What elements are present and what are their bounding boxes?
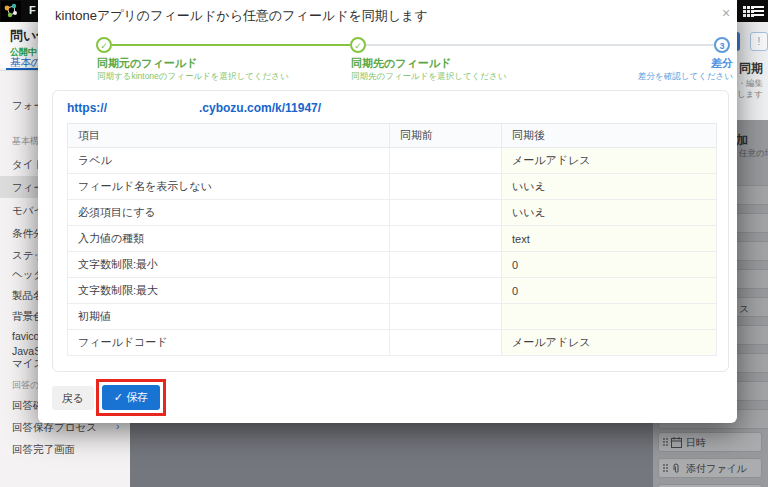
table-row: 初期値	[68, 304, 717, 330]
drag-handle-icon[interactable]	[663, 438, 665, 440]
palette-item-attachment[interactable]: 添付ファイル	[658, 458, 762, 478]
cell-before	[390, 200, 502, 226]
url-suffix: .cybozu.com/k/11947/	[199, 101, 321, 115]
step2-check-icon: ✓	[350, 37, 366, 53]
alert-button[interactable]: !	[750, 32, 768, 51]
cell-item: 入力値の種類	[68, 226, 390, 252]
cell-before	[390, 148, 502, 174]
cell-item: ラベル	[68, 148, 390, 174]
cell-item: 文字数制限:最大	[68, 278, 390, 304]
sidebar-item-favicon[interactable]: favico	[12, 328, 39, 344]
cell-after: 0	[502, 252, 717, 278]
sidebar-section-answer: 回答の	[12, 377, 39, 393]
save-button[interactable]: ✓ 保存	[102, 385, 160, 410]
step-connector-pending	[366, 44, 714, 46]
table-header-row: 項目 同期前 同期後	[68, 124, 717, 148]
step2-subtitle: 同期先のフィールドを選択してください	[351, 71, 506, 83]
cell-before	[390, 330, 502, 356]
drag-handle-icon[interactable]	[663, 464, 665, 466]
back-button[interactable]: 戻る	[52, 386, 94, 410]
close-icon[interactable]: ×	[722, 5, 730, 21]
cell-before	[390, 174, 502, 200]
molecule-logo-icon	[1, 1, 21, 21]
cell-after: text	[502, 226, 717, 252]
table-row: ラベル メールアドレス	[68, 148, 717, 174]
annotation-highlight-box: ✓ 保存	[96, 379, 166, 416]
step3-number-icon: 3	[714, 37, 730, 53]
add-heading-fragment: 加	[736, 132, 748, 149]
hamburger-menu-icon[interactable]	[751, 6, 764, 8]
cell-before	[390, 226, 502, 252]
palette-item-label: 日時	[686, 436, 706, 450]
save-label: 保存	[126, 391, 148, 403]
paperclip-icon	[671, 463, 682, 474]
cell-after: いいえ	[502, 200, 717, 226]
table-row: フィールドコード メールアドレス	[68, 330, 717, 356]
sidebar-section-basic: 基本構	[12, 133, 39, 149]
col-header-after: 同期後	[502, 124, 717, 148]
step1-label: 同期元のフィールド	[97, 56, 197, 71]
cell-item: 初期値	[68, 304, 390, 330]
cell-before	[390, 304, 502, 330]
add-desc-fragment: 任意の場	[739, 148, 768, 160]
col-header-item: 項目	[68, 124, 390, 148]
diff-card: https://.cybozu.com/k/11947/ 項目 同期前 同期後 …	[52, 90, 729, 372]
col-header-before: 同期前	[390, 124, 502, 148]
diff-table: 項目 同期前 同期後 ラベル メールアドレス フィールド名を表示しない いいえ	[67, 123, 717, 356]
sidebar-item-complete-screen[interactable]: 回答完了画面	[12, 441, 75, 457]
cell-item: 文字数制限:最小	[68, 252, 390, 278]
cell-after: 0	[502, 278, 717, 304]
step2-label: 同期先のフィールド	[351, 56, 451, 71]
palette-item-datetime[interactable]: 日時	[658, 432, 762, 452]
palette-item-label: 添付ファイル	[686, 462, 747, 476]
cell-after: メールアドレス	[502, 330, 717, 356]
table-row: 必須項目にする いいえ	[68, 200, 717, 226]
url-prefix: https://	[67, 101, 107, 115]
cell-item: フィールド名を表示しない	[68, 174, 390, 200]
table-row: 文字数制限:最小 0	[68, 252, 717, 278]
step3-label: 差分	[711, 56, 733, 71]
app-logo[interactable]	[1, 1, 21, 21]
step1-subtitle: 同期するkintoneのフィールドを選択してください	[97, 71, 289, 83]
step-connector-done	[112, 44, 350, 46]
cell-after: メールアドレス	[502, 148, 717, 174]
sync-modal: kintoneアプリのフィールドから任意のフィールドを同期します × ✓ ✓ 3…	[38, 0, 737, 423]
save-check-icon: ✓	[114, 391, 123, 403]
modal-title: kintoneアプリのフィールドから任意のフィールドを同期します	[55, 7, 428, 25]
palette-label-fragment: ス	[739, 302, 749, 316]
calendar-icon	[671, 437, 682, 448]
table-row: 文字数制限:最大 0	[68, 278, 717, 304]
kintone-app-link[interactable]: https://.cybozu.com/k/11947/	[67, 101, 321, 115]
cell-before	[390, 252, 502, 278]
cell-after: いいえ	[502, 174, 717, 200]
app-name-fragment: F	[29, 4, 36, 16]
cell-item: 必須項目にする	[68, 200, 390, 226]
cell-after	[502, 304, 717, 330]
step3-subtitle: 差分を確認してください	[638, 71, 733, 83]
url-redacted-blur	[107, 101, 199, 112]
cell-before	[390, 278, 502, 304]
table-row: 入力値の種類 text	[68, 226, 717, 252]
cell-item: フィールドコード	[68, 330, 390, 356]
screen: F 問い合 公開中 h 基本の フォー 基本構 タイト フィー モバイ 条件分 …	[0, 0, 768, 487]
table-row: フィールド名を表示しない いいえ	[68, 174, 717, 200]
app-launcher-icon[interactable]	[743, 6, 746, 9]
step1-check-icon: ✓	[96, 37, 112, 53]
